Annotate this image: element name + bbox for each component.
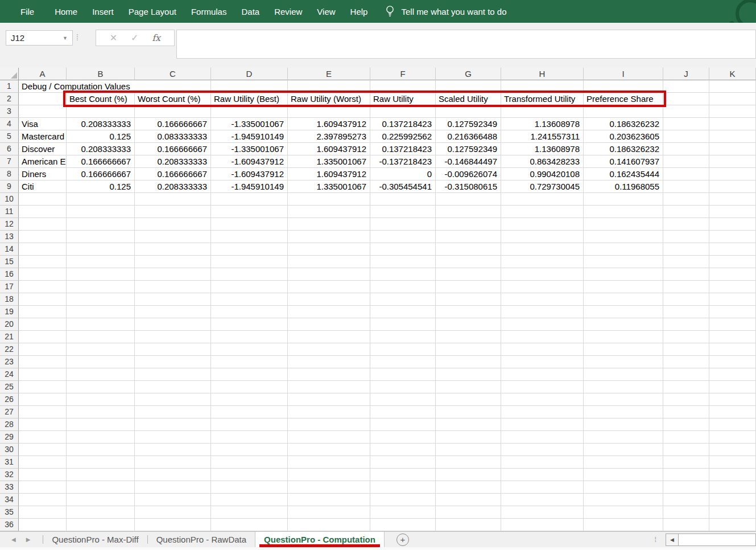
cell-C34[interactable] — [135, 494, 211, 506]
formula-bar-drag-handle[interactable]: ⁞ — [76, 30, 79, 46]
cell-D25[interactable] — [211, 381, 288, 393]
row-header-5[interactable]: 5 — [0, 130, 19, 143]
cell-K16[interactable] — [709, 268, 756, 281]
cell-J6[interactable] — [663, 143, 709, 155]
cell-J21[interactable] — [663, 331, 709, 343]
cell-I29[interactable] — [584, 431, 663, 444]
cell-C5[interactable]: 0.083333333 — [135, 130, 211, 143]
cell-C30[interactable] — [135, 444, 211, 456]
cell-E28[interactable] — [288, 418, 370, 431]
row-header-3[interactable]: 3 — [0, 105, 19, 118]
cell-I21[interactable] — [584, 331, 663, 343]
cell-A18[interactable] — [19, 293, 67, 306]
cell-F29[interactable] — [370, 431, 436, 444]
cell-H15[interactable] — [501, 256, 584, 268]
cell-J29[interactable] — [663, 431, 709, 444]
cell-A13[interactable] — [19, 231, 67, 243]
cell-G18[interactable] — [436, 293, 501, 306]
cell-H7[interactable]: 0.863428233 — [501, 155, 584, 168]
cell-B33[interactable] — [67, 481, 135, 494]
cell-K36[interactable] — [709, 519, 756, 531]
cell-A2[interactable] — [19, 93, 67, 105]
cell-D14[interactable] — [211, 243, 288, 256]
cell-A5[interactable]: Mastercard — [19, 130, 67, 143]
cell-F7[interactable]: -0.137218423 — [370, 155, 436, 168]
cell-G34[interactable] — [436, 494, 501, 506]
row-header-8[interactable]: 8 — [0, 168, 19, 180]
cell-D35[interactable] — [211, 506, 288, 519]
cell-G12[interactable] — [436, 218, 501, 231]
cell-I26[interactable] — [584, 393, 663, 406]
cell-J19[interactable] — [663, 306, 709, 318]
cell-G3[interactable] — [436, 105, 501, 118]
cell-J23[interactable] — [663, 356, 709, 368]
cell-J28[interactable] — [663, 418, 709, 431]
cell-B28[interactable] — [67, 418, 135, 431]
cell-J35[interactable] — [663, 506, 709, 519]
cell-H20[interactable] — [501, 318, 584, 331]
cell-F27[interactable] — [370, 406, 436, 418]
cell-E26[interactable] — [288, 393, 370, 406]
insert-function-icon[interactable]: fx — [152, 32, 160, 43]
cell-C21[interactable] — [135, 331, 211, 343]
cell-F18[interactable] — [370, 293, 436, 306]
cell-D10[interactable] — [211, 193, 288, 206]
cell-A21[interactable] — [19, 331, 67, 343]
cell-F19[interactable] — [370, 306, 436, 318]
cell-H11[interactable] — [501, 206, 584, 218]
row-header-16[interactable]: 16 — [0, 268, 19, 281]
cell-A12[interactable] — [19, 218, 67, 231]
cell-G32[interactable] — [436, 469, 501, 481]
cell-E16[interactable] — [288, 268, 370, 281]
cell-B9[interactable]: 0.125 — [67, 180, 135, 193]
cell-K21[interactable] — [709, 331, 756, 343]
cell-E11[interactable] — [288, 206, 370, 218]
cell-A3[interactable] — [19, 105, 67, 118]
cell-B30[interactable] — [67, 444, 135, 456]
row-header-12[interactable]: 12 — [0, 218, 19, 231]
cell-I25[interactable] — [584, 381, 663, 393]
row-header-25[interactable]: 25 — [0, 381, 19, 393]
cell-G7[interactable]: -0.146844497 — [436, 155, 501, 168]
cell-K12[interactable] — [709, 218, 756, 231]
cell-I6[interactable]: 0.186326232 — [584, 143, 663, 155]
cell-K30[interactable] — [709, 444, 756, 456]
cell-I33[interactable] — [584, 481, 663, 494]
cell-G13[interactable] — [436, 231, 501, 243]
cell-H18[interactable] — [501, 293, 584, 306]
cell-H31[interactable] — [501, 456, 584, 469]
cell-C27[interactable] — [135, 406, 211, 418]
cell-D29[interactable] — [211, 431, 288, 444]
cell-A1[interactable]: Debug / Computation Values — [19, 80, 67, 93]
cell-E23[interactable] — [288, 356, 370, 368]
cell-A34[interactable] — [19, 494, 67, 506]
cell-D6[interactable]: -1.335001067 — [211, 143, 288, 155]
cell-J9[interactable] — [663, 180, 709, 193]
cell-H21[interactable] — [501, 331, 584, 343]
cell-F8[interactable]: 0 — [370, 168, 436, 180]
cell-E12[interactable] — [288, 218, 370, 231]
cell-C11[interactable] — [135, 206, 211, 218]
cell-F2[interactable]: Raw Utility — [370, 93, 436, 105]
cell-I36[interactable] — [584, 519, 663, 531]
sheet-tab-questionpro-max-diff[interactable]: QuestionPro - Max-Diff — [43, 532, 147, 547]
cell-I28[interactable] — [584, 418, 663, 431]
cell-J31[interactable] — [663, 456, 709, 469]
cell-K23[interactable] — [709, 356, 756, 368]
cell-E5[interactable]: 2.397895273 — [288, 130, 370, 143]
cell-F34[interactable] — [370, 494, 436, 506]
cell-H9[interactable]: 0.729730045 — [501, 180, 584, 193]
cell-H30[interactable] — [501, 444, 584, 456]
cell-F26[interactable] — [370, 393, 436, 406]
cell-K18[interactable] — [709, 293, 756, 306]
cell-K14[interactable] — [709, 243, 756, 256]
row-header-35[interactable]: 35 — [0, 506, 19, 519]
cell-K1[interactable] — [709, 80, 756, 93]
cell-A23[interactable] — [19, 356, 67, 368]
menu-data[interactable]: Data — [234, 0, 267, 23]
cell-C31[interactable] — [135, 456, 211, 469]
cell-I1[interactable] — [584, 80, 663, 93]
cell-G10[interactable] — [436, 193, 501, 206]
row-header-30[interactable]: 30 — [0, 444, 19, 456]
cell-F6[interactable]: 0.137218423 — [370, 143, 436, 155]
